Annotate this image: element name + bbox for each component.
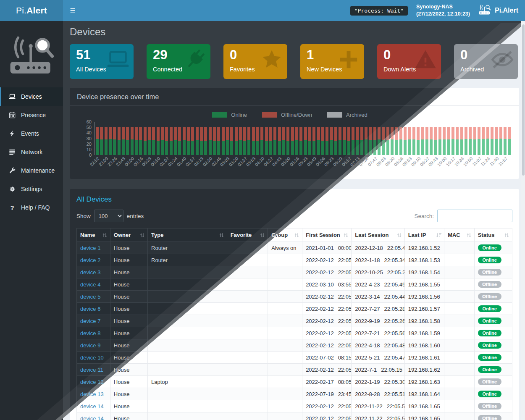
presence-bar [430,127,433,155]
legend-item-offline-down[interactable]: Offline/Down [262,112,312,118]
owner-cell: House [110,254,147,266]
sidebar-item-settings[interactable]: Settings [0,180,63,198]
presence-bar [260,127,263,155]
last-session-cell: 2022-10-2522:05.23 [352,266,405,278]
device-link[interactable]: device 12 [80,379,104,385]
sidebar-item-help-faq[interactable]: ?Help / FAQ [0,198,63,217]
online-segment [204,141,207,155]
navbar-app-link[interactable]: Pi.Alert [478,5,518,17]
sidebar-menu: DevicesPresenceEventsNetworkMaintenanceS… [0,87,63,217]
legend-item-archived[interactable]: Archived [327,112,368,118]
status-cell: Online [474,388,512,400]
last-session-cell: 2022-8-2822:05.51 [352,388,405,400]
column-header-status[interactable]: Status [474,228,512,242]
sidebar-item-events[interactable]: Events [0,124,63,143]
sidebar-item-devices[interactable]: Devices [0,87,63,106]
status-badge: Online [478,366,501,373]
sidebar-item-maintenance[interactable]: Maintenance [0,161,63,180]
offline-segment [295,127,298,140]
stat-card-favorites[interactable]: 0Favorites [223,44,287,79]
sidebar-item-presence[interactable]: Presence [0,106,63,124]
presence-bar [191,127,194,155]
legend-item-online[interactable]: Online [212,112,247,118]
online-segment [504,139,507,155]
device-link[interactable]: device 7 [80,318,100,324]
offline-segment [334,127,337,141]
device-link[interactable]: device 14 [80,415,104,420]
session-date: 2022-02-12 [306,269,334,276]
status-cell: Online [474,254,512,266]
column-header-favorite[interactable]: Favorite [227,228,268,242]
column-header-mac[interactable]: MAC [444,228,475,242]
mac-cell [444,376,475,388]
status-badge: Offline [478,281,501,288]
online-segment [131,139,134,155]
sidebar-item-label: Events [21,130,39,137]
device-link[interactable]: device 1 [80,245,100,251]
device-link[interactable]: device 6 [80,306,100,312]
navbar-app-label: Pi.Alert [495,7,518,14]
column-header-label: MAC [448,232,460,238]
stat-card-connected[interactable]: 29Connected [147,44,210,79]
presence-bar [452,127,454,155]
presence-bar [265,127,268,155]
scrollbar-track[interactable] [521,21,525,420]
device-link[interactable]: device 2 [80,257,100,263]
presence-bar [131,127,134,155]
offline-segment [304,127,307,140]
stat-card-down-alerts[interactable]: 0Down Alerts [377,44,441,79]
presence-bar [200,127,203,155]
session-date: 2022-07-19 [306,391,334,397]
scrollbar-thumb[interactable] [522,24,525,176]
session-time: 22:05 [338,342,352,349]
device-link[interactable]: device 10 [80,354,104,361]
sidebar-item-network[interactable]: Network [0,143,63,161]
device-row: device 13House2022-07-1923:452022-8-2822… [77,388,512,400]
stat-card-all-devices[interactable]: 51All Devices [70,44,134,79]
online-segment [174,140,177,155]
pialert-logo-icon [0,21,63,86]
offline-segment [434,127,437,140]
column-header-owner[interactable]: Owner [110,228,147,242]
presence-bar [456,127,459,155]
offline-segment [109,127,112,139]
session-date: 2022-11-22 [355,403,383,410]
sort-icon [260,232,265,238]
presence-bar [343,127,346,155]
group-cell [268,400,302,412]
offline-segment [191,127,194,141]
device-link[interactable]: device 11 [80,367,103,373]
offline-segment [282,127,285,140]
presence-bar [148,127,151,155]
device-link[interactable]: device 4 [80,281,100,288]
online-segment [152,140,155,155]
legend-swatch-icon [327,112,342,118]
device-link[interactable]: device 14 [80,403,104,410]
group-cell [268,266,302,278]
offline-segment [174,127,177,140]
owner-cell: House [110,242,147,254]
device-link[interactable]: device 5 [80,294,100,300]
navbar-right: "Process: Wait" Synology-NAS (27/12/2022… [350,0,525,21]
search-input[interactable] [437,210,512,222]
presence-bar [499,127,502,155]
column-header-first-session[interactable]: First Session [302,228,352,242]
presence-bar [425,127,428,155]
column-header-last-session[interactable]: Last Session [352,228,405,242]
offline-segment [373,127,376,140]
page-size-select[interactable]: 100 [94,210,123,222]
status-badge: Online [478,257,501,263]
stat-card-new-devices[interactable]: 1New Devices [300,44,364,79]
device-link[interactable]: device 9 [80,342,100,349]
device-link[interactable]: device 8 [80,330,100,336]
brand-logo[interactable]: Pi.Alert [0,0,63,21]
online-segment [430,139,433,155]
column-header-type[interactable]: Type [148,228,227,242]
device-link[interactable]: device 3 [80,269,100,276]
last-session-cell: 2022-4-1822:05.48 [352,339,405,352]
column-header-last-ip[interactable]: Last IP [404,228,444,242]
column-header-name[interactable]: Name [77,228,110,242]
type-cell [148,266,227,278]
column-header-label: Status [478,232,495,238]
sidebar-toggle-button[interactable]: ≡ [63,0,82,21]
